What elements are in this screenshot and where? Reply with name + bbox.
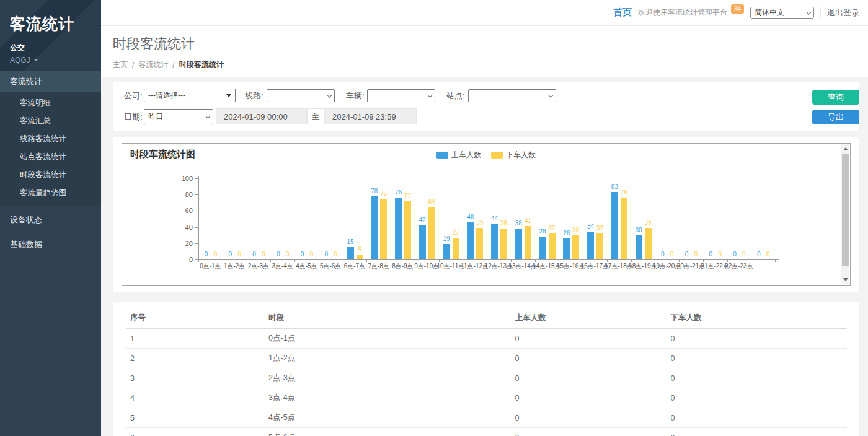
sidebar: 客流统计 公交 AQGJ 客流统计 客流明细 客流汇总 线路客流统计 站点客流统…	[0, 0, 101, 436]
table-cell: 0	[666, 368, 847, 388]
page-heading: 时段客流统计 主页 / 客流统计 / 时段客流统计	[101, 26, 868, 77]
sidebar-item-trend-chart[interactable]: 客流量趋势图	[0, 184, 101, 202]
table-cell: 4点-5点	[265, 408, 511, 428]
scroll-up-icon[interactable]	[843, 147, 848, 150]
date-start-input[interactable]: 2024-01-09 00:00	[216, 108, 307, 124]
table-cell: 5	[126, 408, 265, 428]
bar	[380, 199, 387, 259]
table-cell: 6	[126, 428, 265, 436]
table-row: 43点-4点00	[126, 388, 847, 408]
bar	[371, 196, 378, 259]
table-cell: 2	[126, 349, 265, 368]
logout-link[interactable]: 退出登录	[827, 7, 859, 19]
x-axis-line	[198, 259, 779, 260]
bar-value-label: 39	[639, 219, 657, 226]
x-category-label: 13点-14点	[511, 262, 535, 271]
chevron-down-icon	[548, 92, 553, 97]
breadcrumb-section[interactable]: 客流统计	[138, 59, 168, 70]
welcome-text: 欢迎使用客流统计管理平台	[638, 7, 727, 18]
y-tick	[195, 227, 198, 228]
sidebar-item-passenger-stats[interactable]: 客流统计	[0, 71, 101, 92]
topbar: 首页 欢迎使用客流统计管理平台 34 简体中文 退出登录	[101, 0, 868, 26]
y-tick-label: 80	[169, 191, 193, 198]
x-category-label: 7点-8点	[366, 262, 391, 271]
export-button[interactable]: 导出	[812, 110, 859, 124]
breadcrumb-separator: /	[172, 61, 174, 69]
x-category-label: 21点-22点	[703, 262, 727, 271]
bar-value-label: 0	[326, 251, 345, 258]
bar	[453, 238, 459, 259]
date-preset-select[interactable]: 昨日	[144, 109, 213, 124]
sidebar-submenu: 客流明细 客流汇总 线路客流统计 站点客流统计 时段客流统计 客流量趋势图	[0, 92, 101, 206]
date-end-input[interactable]: 2024-01-09 23:59	[324, 108, 417, 124]
y-tick	[195, 243, 198, 244]
x-category-label: 1点-2点	[223, 262, 247, 271]
sidebar-header: 客流统计 公交 AQGJ	[0, 0, 101, 71]
table-row: 32点-3点00	[126, 368, 847, 388]
x-category-label: 17点-18点	[607, 262, 631, 271]
y-tick-label: 0	[169, 256, 193, 263]
bar	[356, 255, 363, 259]
x-category-label: 12点-13点	[487, 262, 511, 271]
home-link[interactable]: 首页	[613, 7, 632, 19]
y-axis-line	[198, 176, 199, 259]
dropdown-arrow-icon	[226, 94, 231, 97]
line-select[interactable]	[267, 89, 335, 102]
station-select[interactable]	[468, 89, 556, 102]
y-tick-label: 60	[169, 207, 193, 214]
date-preset-value: 昨日	[148, 111, 163, 122]
breadcrumb-current: 时段客流统计	[179, 59, 224, 70]
bar	[563, 238, 570, 259]
bar	[525, 226, 531, 259]
query-button[interactable]: 查询	[812, 90, 859, 105]
sidebar-item-base-data[interactable]: 基础数据	[0, 234, 101, 255]
y-tick	[195, 211, 198, 211]
col-alighting: 下车人数	[666, 308, 847, 329]
divider	[820, 7, 821, 19]
x-category-label: 20点-21点	[679, 262, 703, 271]
table-cell: 0	[666, 428, 847, 436]
chart-plot: 020406080100000点-1点001点-2点002点-3点003点-4点…	[122, 144, 850, 285]
x-category-label: 4点-5点	[294, 262, 319, 271]
bar-value-label: 76	[614, 189, 633, 196]
sidebar-item-station-stats[interactable]: 站点客流统计	[0, 148, 101, 166]
bar	[476, 228, 483, 259]
filter-panel: 公司: ---请选择--- 线路: 车辆: 站点: 日期:	[113, 82, 859, 131]
breadcrumb: 主页 / 客流统计 / 时段客流统计	[113, 59, 868, 70]
user-menu[interactable]: AQGJ	[10, 56, 91, 64]
bar-value-label: 32	[591, 225, 609, 232]
table-cell: 0	[511, 329, 666, 349]
table-cell: 1点-2点	[265, 349, 511, 368]
page-title: 时段客流统计	[113, 35, 868, 53]
breadcrumb-home[interactable]: 主页	[113, 59, 128, 70]
chart-scrollbar[interactable]	[841, 144, 849, 284]
bar	[636, 235, 642, 259]
line-label: 线路:	[245, 90, 264, 102]
table-cell: 0	[666, 329, 847, 349]
bar	[395, 198, 402, 259]
table-cell: 3	[126, 368, 265, 388]
content: 公司: ---请选择--- 线路: 车辆: 站点: 日期:	[101, 77, 868, 436]
sidebar-item-line-stats[interactable]: 线路客流统计	[0, 130, 101, 148]
sidebar-item-flow-summary[interactable]: 客流汇总	[0, 112, 101, 130]
scroll-down-icon[interactable]	[843, 278, 848, 281]
x-category-label: 16点-17点	[583, 262, 607, 271]
bar	[611, 192, 618, 259]
x-category-label: 22点-23点	[727, 262, 751, 271]
y-tick-label: 40	[169, 224, 193, 231]
notification-badge[interactable]: 34	[731, 4, 744, 14]
company-select[interactable]: ---请选择---	[144, 89, 236, 102]
table-header-row: 序号 时段 上车人数 下车人数	[126, 308, 847, 329]
scrollbar-thumb[interactable]	[842, 154, 849, 266]
sidebar-item-period-stats[interactable]: 时段客流统计	[0, 166, 101, 184]
table-cell: 0	[666, 349, 847, 368]
sidebar-item-flow-detail[interactable]: 客流明细	[0, 94, 101, 112]
table-cell: 0	[666, 408, 847, 428]
chevron-down-icon	[427, 92, 432, 97]
col-boarding: 上车人数	[511, 308, 666, 329]
main-area: 首页 欢迎使用客流统计管理平台 34 简体中文 退出登录 时段客流统计 主页 /…	[101, 0, 868, 436]
vehicle-select[interactable]	[367, 89, 435, 102]
sidebar-item-device-status[interactable]: 设备状态	[0, 209, 101, 230]
language-select[interactable]: 简体中文	[750, 7, 814, 19]
chevron-down-icon	[33, 59, 38, 61]
